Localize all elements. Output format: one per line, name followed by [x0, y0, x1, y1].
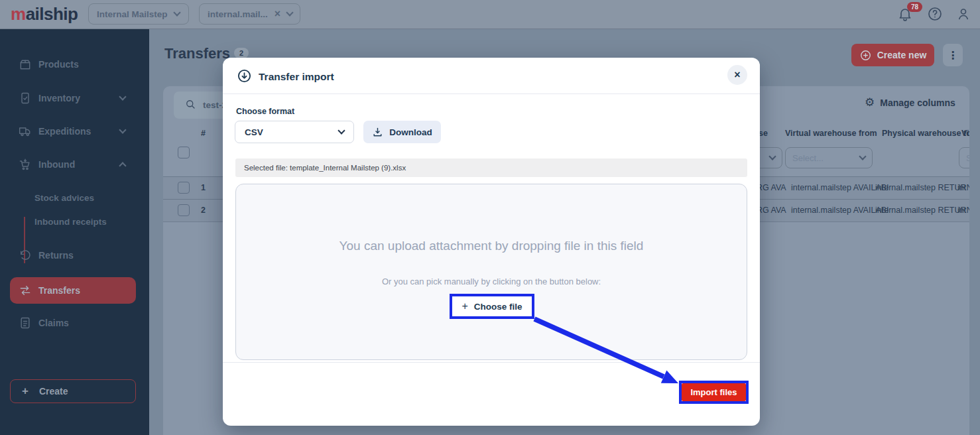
- select-all-checkbox[interactable]: [178, 147, 190, 158]
- sidebar-item-expeditions[interactable]: Expeditions: [0, 118, 149, 145]
- plus-icon: +: [22, 385, 29, 398]
- import-files-label: Import files: [690, 387, 737, 397]
- sidebar-item-label: Expeditions: [38, 126, 91, 137]
- returns-rotate-icon: [19, 249, 32, 262]
- warehouse-select-value: internal.mail...: [208, 9, 268, 19]
- sidebar-item-inbound[interactable]: Inbound: [0, 151, 149, 178]
- modal-title: Transfer import: [259, 71, 334, 83]
- warehouse-select[interactable]: internal.mail... ×: [199, 3, 300, 25]
- plus-icon: +: [461, 300, 467, 312]
- import-files-annotation-box: Import files: [679, 381, 749, 404]
- page-title: Transfers: [164, 45, 230, 62]
- sidebar-item-label: Claims: [38, 318, 69, 328]
- chevron-down-icon: [173, 9, 180, 16]
- sidebar-item-label: Inventory: [38, 93, 80, 103]
- sidebar-item-label: Returns: [38, 250, 74, 261]
- create-new-label: Create new: [877, 50, 927, 60]
- sidebar-item-claims[interactable]: Claims: [0, 310, 149, 336]
- sidebar-item-products[interactable]: Products: [0, 51, 149, 78]
- logo-rest: ailship: [26, 4, 78, 24]
- chevron-down-icon: [286, 9, 293, 16]
- chevron-down-icon: [119, 93, 126, 100]
- cell-partial: RG AVA: [757, 206, 786, 215]
- org-select-value: Internal Mailstep: [97, 9, 168, 19]
- column-header-physical-warehouse-to: Physical warehouse to: [882, 129, 969, 138]
- choose-file-button[interactable]: + Choose file: [452, 296, 532, 316]
- cell-virtual-warehouse-to: int: [957, 183, 966, 192]
- choose-file-label: Choose file: [474, 302, 522, 312]
- filter-select-virtual-warehouse-from[interactable]: Select...: [785, 147, 873, 168]
- column-header-virtual-warehouse-to: Vi: [961, 129, 969, 138]
- sidebar-item-inventory[interactable]: Inventory: [0, 85, 149, 111]
- file-dropzone[interactable]: You can upload attachment by dropping fi…: [235, 184, 747, 360]
- modal-header-divider: [223, 93, 760, 94]
- transfer-import-modal: Transfer import × Choose format CSV Down…: [223, 58, 760, 426]
- filter-select-virtual-warehouse-to[interactable]: S: [959, 147, 969, 168]
- sidebar-item-label: Products: [38, 59, 79, 70]
- cell-partial: RG AVA: [757, 183, 786, 192]
- sidebar-item-label: Transfers: [38, 285, 80, 296]
- gear-icon: ⚙: [865, 97, 875, 108]
- transfer-arrows-icon: [19, 284, 32, 297]
- cell-physical-warehouse-to: internal.mailstep RETURN: [875, 206, 969, 215]
- cart-icon: [19, 158, 32, 171]
- row-checkbox[interactable]: [178, 204, 190, 216]
- cell-virtual-warehouse-to: int: [957, 206, 966, 215]
- column-header-partial: se: [759, 129, 768, 138]
- filter-placeholder-partial: S: [966, 153, 969, 163]
- document-check-icon: [19, 92, 32, 105]
- logo-accent: m: [11, 4, 26, 24]
- search-icon: [184, 98, 196, 112]
- column-header-virtual-warehouse-from: Virtual warehouse from: [785, 129, 877, 138]
- cell-virtual-warehouse-from: internal.mailstep AVAILABI: [791, 183, 889, 192]
- selected-file-bar: Selected file: template_Internal Mailste…: [235, 158, 747, 177]
- help-icon[interactable]: [927, 6, 943, 25]
- notification-count-badge: 78: [907, 2, 922, 12]
- format-select[interactable]: CSV: [235, 121, 354, 143]
- dropzone-title: You can upload attachment by dropping fi…: [236, 239, 747, 253]
- truck-icon: [19, 125, 32, 138]
- sidebar-item-stock-advices[interactable]: Stock advices: [34, 193, 94, 203]
- row-number: 1: [201, 183, 206, 192]
- sidebar-item-returns[interactable]: Returns: [0, 242, 149, 269]
- row-checkbox[interactable]: [178, 182, 190, 194]
- logo: mailship: [11, 4, 78, 25]
- clear-icon[interactable]: ×: [275, 9, 280, 19]
- choose-file-annotation-box: + Choose file: [450, 294, 534, 319]
- user-account-icon[interactable]: [955, 6, 971, 25]
- cell-physical-warehouse-to: internal.mailstep RETURN: [875, 183, 969, 192]
- chevron-down-icon: [119, 126, 126, 133]
- modal-footer-divider: [223, 362, 760, 363]
- org-select[interactable]: Internal Mailstep: [88, 3, 189, 25]
- sidebar-item-label: Inbound: [38, 159, 75, 170]
- dropzone-subtitle: Or you can pick manually by clicking on …: [236, 277, 747, 286]
- cell-virtual-warehouse-from: internal.mailstep AVAILABI: [791, 206, 889, 215]
- chevron-up-icon: [119, 162, 126, 169]
- more-actions-kebab-button[interactable]: ⋮: [943, 44, 963, 66]
- create-new-button[interactable]: Create new: [851, 44, 934, 66]
- row-number: 2: [201, 206, 206, 215]
- download-label: Download: [389, 127, 432, 137]
- manage-columns-button[interactable]: ⚙ Manage columns: [865, 97, 955, 108]
- sidebar-create-button[interactable]: + Create: [10, 379, 136, 403]
- claims-document-icon: [19, 316, 32, 330]
- sidebar-item-transfers[interactable]: Transfers: [10, 277, 136, 304]
- chevron-down-icon: [859, 153, 866, 160]
- choose-format-label: Choose format: [236, 107, 294, 116]
- plus-circle-icon: [859, 49, 872, 62]
- sidebar-item-inbound-receipts[interactable]: Inbound receipts: [34, 217, 107, 227]
- records-count-badge: 2: [234, 48, 249, 58]
- import-circle-down-icon: [237, 68, 252, 86]
- box-icon: [19, 58, 32, 71]
- download-template-button[interactable]: Download: [363, 121, 441, 143]
- format-select-value: CSV: [245, 127, 263, 137]
- chevron-down-icon: [768, 153, 776, 160]
- sidebar: Products Inventory Expeditions Inbound S…: [0, 29, 149, 435]
- create-button-label: Create: [39, 386, 68, 397]
- chevron-down-icon: [337, 127, 345, 134]
- close-icon[interactable]: ×: [727, 65, 747, 85]
- download-icon: [372, 127, 383, 138]
- column-header-hash: #: [201, 129, 206, 138]
- import-files-button[interactable]: Import files: [682, 383, 746, 401]
- filter-placeholder: Select...: [792, 153, 824, 163]
